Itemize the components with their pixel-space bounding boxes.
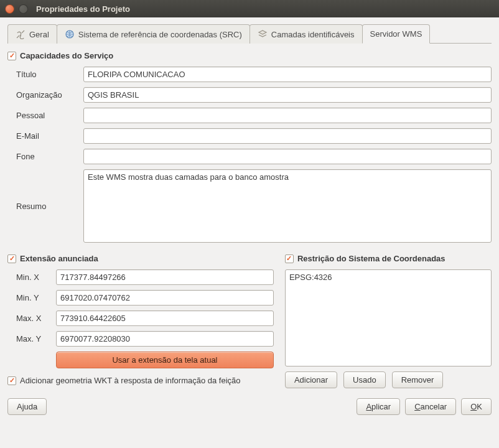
tab-general[interactable]: Geral — [7, 24, 57, 44]
label-maxx: Max. X — [16, 314, 51, 323]
lower-section: Extensão anunciada Min. X Min. Y Max. X … — [7, 254, 492, 388]
apply-button[interactable]: Aplicar — [357, 398, 400, 415]
tab-bar: Geral Sistema de referência de coordenad… — [7, 24, 492, 44]
tab-wms[interactable]: Servidor WMS — [362, 24, 431, 44]
tab-crs[interactable]: Sistema de referência de coordenadas (SR… — [57, 24, 250, 44]
crs-restrict-header[interactable]: Restrição do Sistema de Coordenadas — [285, 254, 492, 263]
close-icon[interactable] — [5, 4, 14, 14]
input-maxx[interactable] — [56, 310, 274, 326]
window-title: Propriedades do Projeto — [36, 4, 130, 14]
remove-crs-button[interactable]: Remover — [392, 371, 444, 388]
cancel-button[interactable]: Cancelar — [405, 398, 456, 415]
input-organizacao[interactable] — [83, 87, 492, 103]
input-maxy[interactable] — [56, 331, 274, 347]
tab-label: Sistema de referência de coordenadas (SR… — [78, 30, 242, 39]
layers-icon — [258, 29, 268, 39]
label-organizacao: Organização — [16, 90, 78, 100]
crs-restrict-section: Restrição do Sistema de Coordenadas EPSG… — [285, 254, 492, 388]
tab-layers[interactable]: Camadas identificáveis — [250, 24, 363, 44]
wkt-label: Adicionar geometria WKT à resposta de in… — [20, 376, 241, 385]
input-miny[interactable] — [56, 290, 274, 306]
used-crs-button[interactable]: Usado — [343, 371, 386, 388]
tools-icon — [16, 29, 26, 39]
use-canvas-extent-button[interactable]: Usar a extensão da tela atual — [56, 352, 274, 368]
add-crs-button[interactable]: Adicionar — [285, 371, 337, 388]
label-email: E-Mail — [16, 131, 78, 141]
section-title: Extensão anunciada — [20, 254, 98, 263]
extent-grid: Min. X Min. Y Max. X Max. Y Usar a exten… — [16, 269, 274, 368]
capabilities-form: Título Organização Pessoal E-Mail Fone R… — [16, 67, 492, 243]
ok-button[interactable]: OK — [461, 398, 492, 415]
label-miny: Min. Y — [16, 293, 51, 302]
help-button[interactable]: Ajuda — [7, 398, 47, 415]
capabilities-header[interactable]: Capacidades do Serviço — [7, 51, 492, 60]
checkbox-icon[interactable] — [7, 376, 16, 385]
section-title: Restrição do Sistema de Coordenadas — [297, 254, 445, 263]
label-minx: Min. X — [16, 273, 51, 282]
input-pessoal[interactable] — [83, 108, 492, 123]
checkbox-icon[interactable] — [285, 254, 294, 263]
label-maxy: Max. Y — [16, 334, 51, 343]
input-titulo[interactable] — [83, 67, 492, 82]
dialog-footer: Ajuda Aplicar Cancelar OK — [7, 398, 492, 415]
input-minx[interactable] — [56, 269, 274, 285]
label-pessoal: Pessoal — [16, 111, 78, 120]
extent-header[interactable]: Extensão anunciada — [7, 254, 274, 263]
wkt-checkbox-row[interactable]: Adicionar geometria WKT à resposta de in… — [7, 376, 274, 385]
tab-label: Geral — [29, 30, 49, 39]
checkbox-icon[interactable] — [7, 52, 16, 60]
tab-label: Camadas identificáveis — [271, 30, 355, 39]
list-item[interactable]: EPSG:4326 — [289, 273, 487, 282]
input-fone[interactable] — [83, 149, 492, 164]
extent-section: Extensão anunciada Min. X Min. Y Max. X … — [7, 254, 274, 388]
input-email[interactable] — [83, 128, 492, 144]
window-body: Geral Sistema de referência de coordenad… — [0, 17, 499, 422]
crs-buttons: Adicionar Usado Remover — [285, 371, 492, 388]
checkbox-icon[interactable] — [7, 254, 16, 263]
titlebar: Propriedades do Projeto — [0, 0, 499, 17]
label-resumo: Resumo — [16, 202, 78, 211]
label-fone: Fone — [16, 152, 78, 161]
input-resumo[interactable] — [83, 169, 492, 243]
label-titulo: Título — [16, 70, 78, 79]
tab-label: Servidor WMS — [370, 29, 422, 39]
section-title: Capacidades do Serviço — [20, 51, 113, 60]
minimize-icon[interactable] — [19, 4, 28, 14]
crs-listbox[interactable]: EPSG:4326 — [285, 269, 492, 366]
globe-icon — [65, 29, 75, 39]
